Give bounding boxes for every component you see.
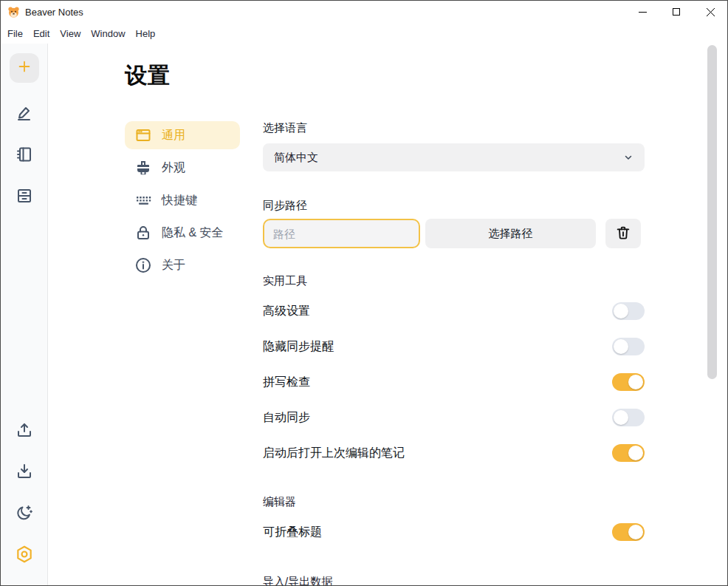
toggle-knob	[614, 410, 628, 425]
nav-label: 隐私 & 安全	[162, 225, 224, 241]
notebook-icon	[16, 146, 33, 166]
download-icon	[16, 463, 33, 483]
language-selected-value: 简体中文	[274, 151, 318, 165]
toggle-advanced-settings[interactable]	[612, 302, 645, 320]
scrollbar[interactable]	[707, 45, 717, 379]
choose-path-button[interactable]: 选择路径	[425, 219, 596, 248]
gear-icon	[15, 545, 34, 567]
setting-row-collapsible-headings: 可折叠标题	[263, 514, 645, 550]
setting-row-spellcheck: 拼写检查	[263, 364, 645, 400]
toggle-open-last-edited-note[interactable]	[612, 444, 645, 462]
maximize-button[interactable]	[659, 1, 693, 23]
setting-row-advanced: 高级设置	[263, 293, 645, 329]
menu-window[interactable]: Window	[86, 26, 130, 41]
toggle-knob	[628, 375, 643, 389]
nav-label: 关于	[162, 258, 185, 273]
notebook-button[interactable]	[15, 146, 34, 166]
app-window: Beaver Notes File Edit View Window Help	[0, 0, 728, 586]
settings-button[interactable]	[15, 546, 34, 565]
import-button[interactable]	[15, 463, 34, 483]
setting-label: 拼写检查	[263, 375, 310, 390]
setting-label: 高级设置	[263, 304, 310, 319]
toggle-knob	[614, 304, 628, 318]
editor-header: 编辑器	[263, 495, 645, 509]
lock-icon	[134, 224, 152, 242]
setting-row-hide-sync-reminder: 隐藏同步提醒	[263, 329, 645, 364]
language-select[interactable]: 简体中文	[263, 143, 645, 171]
info-icon	[134, 256, 152, 274]
sidebar	[1, 44, 48, 586]
setting-label: 隐藏同步提醒	[263, 339, 334, 355]
menubar: File Edit View Window Help	[1, 23, 727, 44]
menu-edit[interactable]: Edit	[28, 26, 55, 41]
close-button[interactable]	[693, 1, 727, 23]
window-controls	[625, 1, 727, 23]
language-label: 选择语言	[263, 121, 645, 135]
page-title: 设置	[125, 61, 727, 91]
pencil-icon	[16, 104, 33, 125]
setting-row-auto-sync: 自动同步	[263, 400, 645, 435]
toggle-knob	[628, 446, 643, 460]
chevron-down-icon	[623, 152, 633, 163]
setting-row-open-last-note: 启动后打开上次编辑的笔记	[263, 435, 645, 471]
menu-help[interactable]: Help	[131, 26, 161, 41]
sidebar-bottom	[15, 411, 34, 576]
settings-page: 设置 通用 外观	[48, 44, 727, 586]
archive-button[interactable]	[15, 188, 34, 207]
nav-item-general[interactable]: 通用	[125, 121, 240, 149]
utilities-header: 实用工具	[263, 274, 645, 288]
nav-item-shortcuts[interactable]: 快捷键	[125, 186, 240, 214]
keyboard-icon	[134, 191, 152, 209]
sync-path-input[interactable]	[263, 219, 420, 248]
menu-view[interactable]: View	[55, 26, 86, 41]
setting-label: 可折叠标题	[263, 525, 322, 540]
add-note-button[interactable]	[10, 53, 39, 83]
nav-item-privacy-security[interactable]: 隐私 & 安全	[125, 219, 240, 247]
toggle-knob	[614, 339, 628, 354]
setting-label: 自动同步	[263, 410, 310, 426]
edit-note-button[interactable]	[15, 105, 34, 124]
menu-file[interactable]: File	[2, 26, 28, 41]
toggle-auto-sync[interactable]	[612, 409, 645, 426]
brush-icon	[134, 159, 152, 177]
trash-icon	[615, 225, 631, 243]
nav-label: 外观	[162, 160, 185, 176]
toggle-collapsible-headings[interactable]	[612, 523, 645, 541]
plus-icon	[16, 58, 32, 78]
toggle-spellcheck[interactable]	[612, 373, 645, 391]
nav-label: 通用	[162, 128, 185, 143]
nav-label: 快捷键	[162, 193, 197, 208]
nav-item-about[interactable]: 关于	[125, 251, 240, 279]
minimize-button[interactable]	[625, 1, 659, 23]
export-button[interactable]	[15, 422, 34, 441]
dark-mode-button[interactable]	[15, 505, 34, 524]
toggle-knob	[628, 525, 643, 539]
settings-content: 选择语言 简体中文 同步路径 选择路径	[263, 121, 645, 586]
sync-path-label: 同步路径	[263, 199, 645, 213]
nav-item-appearance[interactable]: 外观	[125, 154, 240, 182]
settings-nav: 通用 外观 快捷键	[125, 121, 240, 586]
setting-label: 启动后打开上次编辑的笔记	[263, 446, 405, 461]
moon-icon	[16, 504, 33, 525]
archive-icon	[16, 187, 33, 208]
beaver-logo-icon	[7, 6, 20, 18]
clear-path-button[interactable]	[605, 219, 641, 248]
titlebar: Beaver Notes	[1, 1, 727, 23]
window-title: Beaver Notes	[25, 7, 83, 18]
window-icon	[134, 126, 152, 144]
toggle-hide-sync-reminder[interactable]	[612, 338, 645, 355]
upload-icon	[16, 421, 33, 442]
import-export-header: 导入/导出数据	[263, 575, 645, 586]
